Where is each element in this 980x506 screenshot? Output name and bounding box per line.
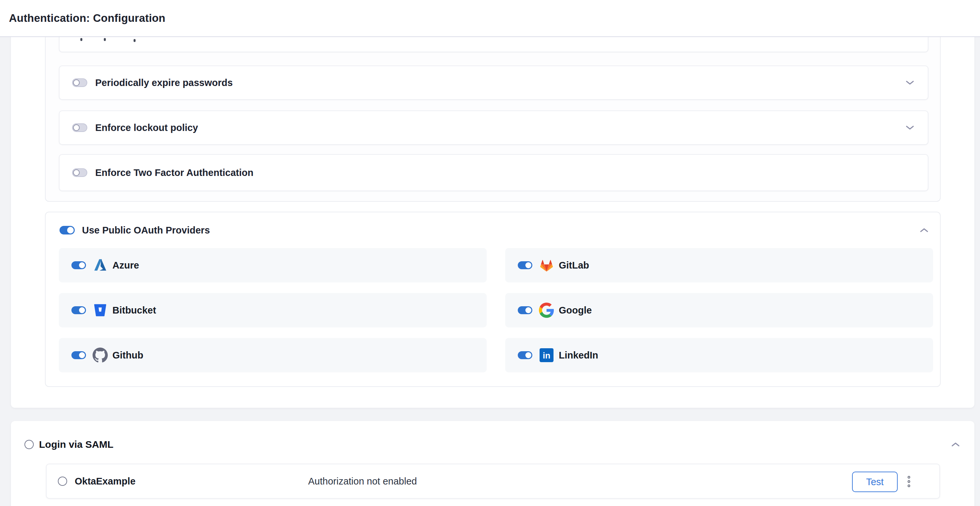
provider-toggle[interactable] (72, 306, 86, 314)
github-icon (92, 348, 108, 363)
saml-provider-row: OktaExample Authorization not enabled Te… (46, 464, 940, 499)
provider-toggle[interactable] (72, 351, 86, 359)
clipped-text-fragment (134, 39, 135, 42)
chevron-down-icon[interactable] (905, 125, 914, 130)
test-button[interactable]: Test (852, 472, 898, 492)
chevron-up-icon[interactable] (951, 442, 960, 447)
oauth-provider-grid: Azure GitLab Bitbucket Google Github in … (59, 248, 933, 372)
oauth-header-row: Use Public OAuth Providers (59, 221, 930, 239)
provider-label: Google (559, 305, 592, 316)
oauth-provider-row: Github (59, 338, 487, 372)
provider-toggle[interactable] (72, 261, 86, 269)
azure-icon (92, 258, 108, 273)
chevron-down-icon[interactable] (905, 80, 914, 85)
oauth-provider-row: Google (505, 293, 933, 328)
toggle-knob (525, 262, 531, 268)
provider-label: Github (112, 350, 143, 361)
saml-provider-radio[interactable] (58, 477, 67, 486)
provider-label: GitLab (559, 260, 589, 271)
oauth-header-label: Use Public OAuth Providers (82, 225, 210, 236)
toggle-knob (73, 124, 80, 131)
oauth-provider-row: Azure (59, 248, 487, 282)
toggle-knob (79, 307, 85, 313)
security-setting-row[interactable]: Enforce lockout policy (59, 110, 928, 145)
clipped-text-fragment (80, 38, 82, 41)
oauth-provider-row: Bitbucket (59, 293, 487, 328)
toggle-knob (525, 352, 531, 358)
kebab-menu-icon[interactable] (906, 474, 912, 489)
provider-toggle[interactable] (518, 306, 532, 314)
toggle-knob (525, 307, 531, 313)
setting-toggle[interactable] (72, 168, 87, 177)
provider-toggle[interactable] (518, 261, 532, 269)
toggle-knob (67, 227, 74, 234)
google-icon (539, 302, 554, 318)
saml-provider-status: Authorization not enabled (308, 476, 417, 487)
clipped-text-fragment (104, 38, 106, 41)
linkedin-icon: in (539, 348, 554, 363)
setting-label: Enforce lockout policy (95, 123, 198, 133)
setting-label: Enforce Two Factor Authentication (95, 167, 254, 178)
auth-config-panel: Periodically expire passwords Enforce lo… (11, 0, 974, 408)
saml-panel: Login via SAML OktaExample Authorization… (11, 421, 974, 506)
saml-provider-name: OktaExample (75, 476, 135, 487)
page: Periodically expire passwords Enforce lo… (0, 0, 980, 506)
oauth-master-toggle[interactable] (59, 226, 75, 234)
page-header: Authentication: Configuration (0, 0, 980, 37)
provider-label: Bitbucket (112, 305, 156, 316)
security-setting-row[interactable]: Enforce Two Factor Authentication (59, 154, 928, 191)
oauth-provider-row: GitLab (505, 248, 933, 282)
page-title: Authentication: Configuration (0, 12, 165, 24)
chevron-up-icon[interactable] (920, 228, 928, 233)
provider-toggle[interactable] (518, 351, 532, 359)
setting-toggle[interactable] (72, 123, 87, 132)
provider-label: LinkedIn (559, 350, 598, 361)
svg-text:in: in (543, 351, 550, 360)
security-setting-row[interactable]: Periodically expire passwords (59, 65, 928, 100)
toggle-knob (79, 352, 85, 358)
setting-toggle[interactable] (72, 78, 87, 87)
oauth-group: Use Public OAuth Providers Azure GitLab … (45, 212, 941, 387)
bitbucket-icon (92, 302, 108, 318)
saml-header-label: Login via SAML (39, 439, 113, 450)
toggle-knob (73, 80, 80, 86)
saml-header-row: Login via SAML (24, 435, 113, 454)
oauth-provider-row: in LinkedIn (505, 338, 933, 372)
gitlab-icon (539, 258, 554, 273)
toggle-knob (73, 169, 80, 176)
setting-label: Periodically expire passwords (95, 77, 233, 88)
provider-label: Azure (112, 260, 139, 271)
toggle-knob (79, 262, 85, 268)
saml-radio[interactable] (24, 440, 34, 449)
